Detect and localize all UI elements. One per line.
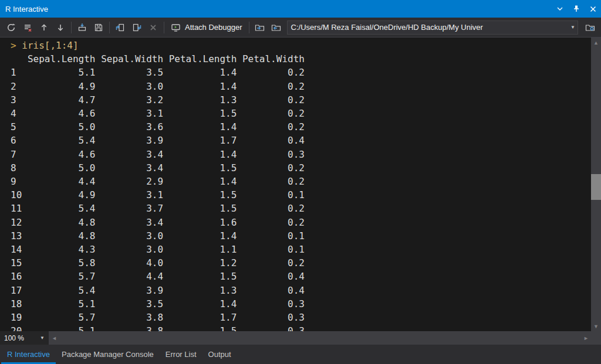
console-row: 5 5.0 3.6 1.4 0.2 (11, 120, 591, 134)
combo-dropdown-icon[interactable]: ▼ (568, 21, 578, 34)
console-command-line: > iris[,1:4] (11, 39, 591, 52)
cancel-icon (149, 23, 157, 32)
set-directory-icon (585, 23, 595, 32)
console-row: 13 4.8 3.0 1.4 0.1 (11, 229, 591, 243)
console-row: 1 5.1 3.5 1.4 0.2 (11, 66, 591, 79)
r-interactive-window: R Interactive (0, 0, 601, 364)
pin-icon[interactable] (568, 0, 585, 18)
history-next-icon (56, 23, 65, 32)
window-position-icon[interactable] (552, 0, 568, 18)
vertical-scroll-track[interactable] (591, 47, 601, 321)
folder-open-icon (271, 23, 281, 32)
scroll-down-icon[interactable]: ▼ (591, 321, 601, 331)
load-history-button[interactable] (252, 19, 268, 36)
console-row: 3 4.7 3.2 1.3 0.2 (11, 93, 591, 107)
console-lines: Sepal.Length Sepal.Width Petal.Length Pe… (11, 52, 591, 331)
send-to-source-icon (116, 23, 125, 32)
window-title: R Interactive (5, 5, 48, 13)
reset-icon (6, 23, 16, 32)
load-workspace-icon (77, 23, 87, 32)
console-row: 16 5.7 4.4 1.5 0.4 (11, 270, 591, 283)
scroll-right-icon[interactable]: ► (581, 331, 591, 345)
load-workspace-button[interactable] (74, 19, 90, 36)
clear-icon (23, 23, 32, 32)
console-row: 18 5.1 3.5 1.4 0.3 (11, 297, 591, 311)
tab-output[interactable]: Output (202, 345, 237, 364)
tab-error-list[interactable]: Error List (160, 345, 202, 364)
reset-button[interactable] (3, 19, 19, 36)
save-workspace-button[interactable] (90, 19, 107, 36)
console-prompt: > (11, 40, 16, 51)
toolbar-separator (109, 22, 110, 33)
horizontal-scroll-track[interactable] (59, 331, 581, 345)
zoom-combobox[interactable]: 100 % ▼ (0, 331, 49, 345)
console-row: 2 4.9 3.0 1.4 0.2 (11, 80, 591, 93)
console-row: 7 4.6 3.4 1.4 0.3 (11, 148, 591, 161)
history-previous-button[interactable] (36, 19, 52, 36)
console-row: 14 4.3 3.0 1.1 0.1 (11, 243, 591, 256)
zoom-dropdown-icon[interactable]: ▼ (40, 335, 45, 341)
history-next-button[interactable] (52, 19, 69, 36)
console-output[interactable]: > iris[,1:4] Sepal.Length Sepal.Width Pe… (0, 38, 591, 331)
console-command: iris[,1:4] (22, 40, 78, 51)
folder-history-icon (255, 23, 265, 32)
set-directory-button[interactable] (582, 19, 598, 36)
save-history-button[interactable] (268, 19, 285, 36)
toolbar-separator (249, 22, 249, 33)
tab-package-manager-console[interactable]: Package Manager Console (56, 345, 160, 364)
console-header-line: Sepal.Length Sepal.Width Petal.Length Pe… (11, 52, 591, 66)
scroll-up-icon[interactable]: ▲ (591, 38, 601, 47)
toolbar: Attach Debugger C:/Users/M Reza Faisal/O… (0, 18, 601, 38)
console-row: 20 5.1 3.8 1.5 0.3 (11, 324, 591, 331)
close-icon[interactable] (585, 0, 601, 18)
titlebar[interactable]: R Interactive (0, 0, 601, 18)
console-row: 11 5.4 3.7 1.5 0.2 (11, 202, 591, 215)
insert-code-icon (132, 23, 141, 32)
console-row: 10 4.9 3.1 1.5 0.1 (11, 188, 591, 202)
console-row: 12 4.8 3.4 1.6 0.2 (11, 216, 591, 229)
scroll-left-icon[interactable]: ◄ (49, 331, 59, 345)
attach-debugger-label: Attach Debugger (185, 23, 242, 32)
working-directory-combobox[interactable]: C:/Users/M Reza Faisal/OneDrive/HD Backu… (287, 21, 578, 35)
history-previous-icon (39, 23, 49, 32)
attach-debugger-icon (171, 23, 181, 32)
save-workspace-icon (94, 23, 103, 32)
console-row: 15 5.8 4.0 1.2 0.2 (11, 256, 591, 270)
vertical-scrollbar[interactable]: ▲ ▼ (591, 38, 601, 331)
horizontal-scroll-row: 100 % ▼ ◄ ► (0, 331, 601, 345)
send-to-source-button[interactable] (112, 19, 129, 36)
toolbar-separator (164, 22, 164, 33)
scrollbar-corner (591, 331, 601, 345)
console-row: 8 5.0 3.4 1.5 0.2 (11, 161, 591, 175)
bottom-tabs: R InteractivePackage Manager ConsoleErro… (0, 345, 601, 364)
insert-code-button[interactable] (129, 19, 145, 36)
interrupt-button[interactable] (145, 19, 161, 36)
vertical-scroll-thumb[interactable] (591, 174, 601, 200)
console-row: 6 5.4 3.9 1.7 0.4 (11, 134, 591, 147)
zoom-value: 100 % (4, 334, 24, 342)
working-directory-value: C:/Users/M Reza Faisal/OneDrive/HD Backu… (288, 23, 568, 32)
toolbar-separator (71, 22, 72, 33)
console-area: > iris[,1:4] Sepal.Length Sepal.Width Pe… (0, 38, 601, 331)
console-row: 4 4.6 3.1 1.5 0.2 (11, 107, 591, 120)
attach-debugger-button[interactable]: Attach Debugger (167, 19, 247, 36)
console-row: 9 4.4 2.9 1.4 0.2 (11, 175, 591, 188)
console-row: 19 5.7 3.8 1.7 0.3 (11, 311, 591, 324)
console-row: 17 5.4 3.9 1.3 0.4 (11, 284, 591, 297)
tab-r-interactive[interactable]: R Interactive (1, 345, 56, 364)
clear-button[interactable] (19, 19, 36, 36)
